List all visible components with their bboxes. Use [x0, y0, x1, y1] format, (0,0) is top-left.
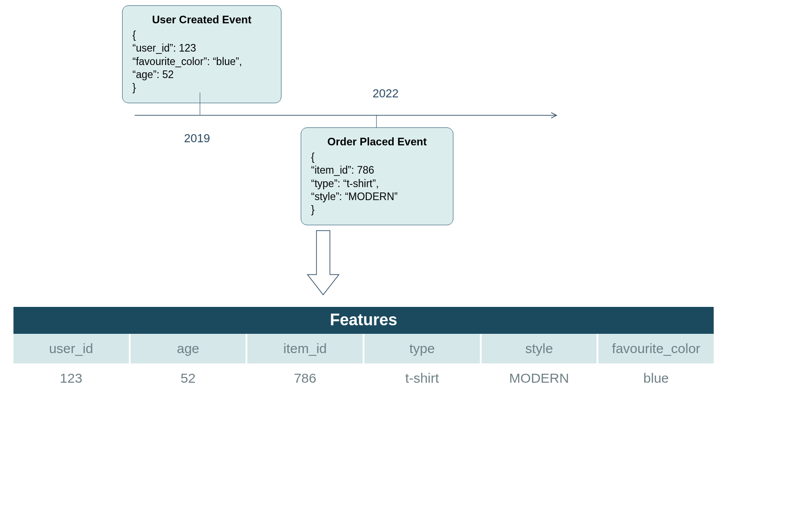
event-title: Order Placed Event [311, 135, 443, 149]
table-cell: blue [598, 363, 714, 393]
column-header: style [482, 334, 599, 363]
column-header: type [364, 334, 482, 363]
column-header: age [131, 334, 248, 363]
timeline-arrow-icon [135, 112, 566, 121]
table-cell: 52 [131, 363, 248, 393]
table-cell: MODERN [482, 363, 599, 393]
features-table: Features user_id age item_id type style … [13, 307, 714, 393]
timeline-year-2022: 2022 [373, 87, 399, 101]
timeline-year-2019: 2019 [184, 131, 210, 145]
down-arrow-icon [305, 230, 341, 297]
event-title: User Created Event [132, 13, 271, 27]
features-header-row: user_id age item_id type style favourite… [13, 334, 714, 363]
table-row: 123 52 786 t-shirt MODERN blue [13, 363, 714, 393]
table-cell: 786 [247, 363, 364, 393]
event-body: { “item_id”: 786 “type”: “t-shirt”, “sty… [311, 151, 443, 217]
event-box-order-placed: Order Placed Event { “item_id”: 786 “typ… [301, 127, 453, 225]
event-box-user-created: User Created Event { “user_id”: 123 “fav… [122, 5, 281, 103]
table-cell: 123 [13, 363, 131, 393]
features-title: Features [13, 307, 714, 334]
event-body: { “user_id”: 123 “favourite_color”: “blu… [132, 29, 271, 95]
column-header: item_id [247, 334, 364, 363]
column-header: user_id [13, 334, 131, 363]
table-cell: t-shirt [364, 363, 482, 393]
column-header: favourite_color [598, 334, 714, 363]
